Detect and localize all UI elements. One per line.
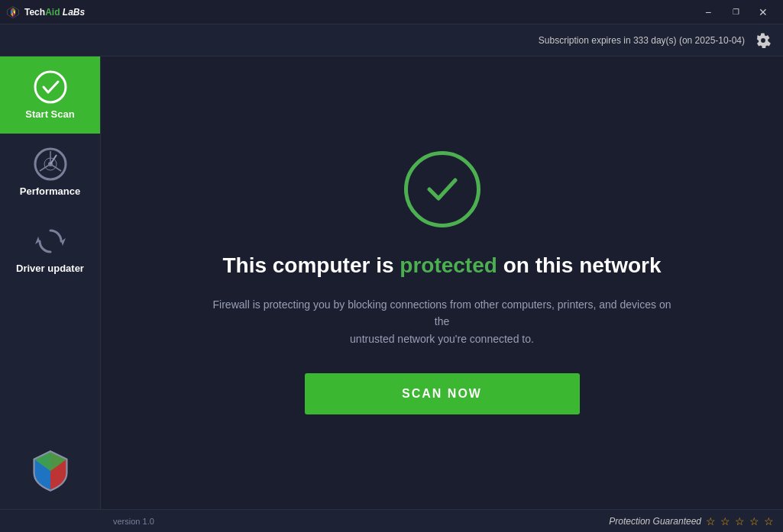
star-5: ☆ xyxy=(764,515,774,527)
title-suffix: on this network xyxy=(497,253,662,277)
svg-point-7 xyxy=(35,72,66,102)
sidebar-item-performance[interactable]: Performance xyxy=(0,134,100,211)
title-bar-left: TechAid LaBs xyxy=(6,5,85,19)
footer-left: version 1.0 xyxy=(6,517,154,526)
main-content: This computer is protected on this netwo… xyxy=(101,56,783,509)
driver-updater-icon xyxy=(34,224,67,258)
settings-button[interactable] xyxy=(752,30,774,51)
resize-button[interactable]: ❐ xyxy=(722,0,749,24)
title-prefix: This computer is xyxy=(222,253,400,277)
subscription-text: Subscription expires in 333 day(s) (on 2… xyxy=(539,35,745,46)
title-highlight: protected xyxy=(400,253,497,277)
star-1: ☆ xyxy=(706,515,716,527)
start-scan-icon xyxy=(34,70,67,104)
star-3: ☆ xyxy=(735,515,745,527)
gear-icon xyxy=(755,33,771,48)
performance-label: Performance xyxy=(20,185,80,197)
header: Subscription expires in 333 day(s) (on 2… xyxy=(0,24,783,56)
star-4: ☆ xyxy=(749,515,759,527)
scan-now-button[interactable]: SCAN NOW xyxy=(305,373,580,414)
svg-line-14 xyxy=(50,155,57,164)
performance-icon xyxy=(34,147,67,181)
sidebar-item-driver-updater[interactable]: Driver updater xyxy=(0,211,100,288)
footer: version 1.0 Protection Guaranteed ☆ ☆ ☆ … xyxy=(0,509,783,532)
version-text: version 1.0 xyxy=(107,517,154,526)
minimize-button[interactable]: − xyxy=(694,0,722,24)
close-button[interactable]: ✕ xyxy=(749,0,777,24)
driver-updater-label: Driver updater xyxy=(16,263,84,274)
sidebar-item-start-scan[interactable]: Start Scan xyxy=(0,56,100,134)
title-bar: TechAid LaBs − ❐ ✕ xyxy=(0,0,783,24)
star-2: ☆ xyxy=(720,515,730,527)
protection-status-icon xyxy=(404,151,480,227)
sidebar: Start Scan Performance xyxy=(0,56,101,509)
footer-right: Protection Guaranteed ☆ ☆ ☆ ☆ ☆ xyxy=(609,515,774,527)
protection-guaranteed-text: Protection Guaranteed xyxy=(609,516,701,527)
main-title: This computer is protected on this netwo… xyxy=(222,253,661,278)
app-title: TechAid LaBs xyxy=(24,7,85,18)
check-icon xyxy=(422,169,463,210)
shield-icon xyxy=(28,448,73,494)
main-layout: Start Scan Performance xyxy=(0,56,783,509)
start-scan-label: Start Scan xyxy=(25,108,74,120)
title-bar-controls: − ❐ ✕ xyxy=(694,0,777,24)
app-logo-icon xyxy=(6,5,20,19)
main-description: Firewall is protecting you by blocking c… xyxy=(213,296,671,347)
sidebar-shield-area xyxy=(12,433,89,509)
